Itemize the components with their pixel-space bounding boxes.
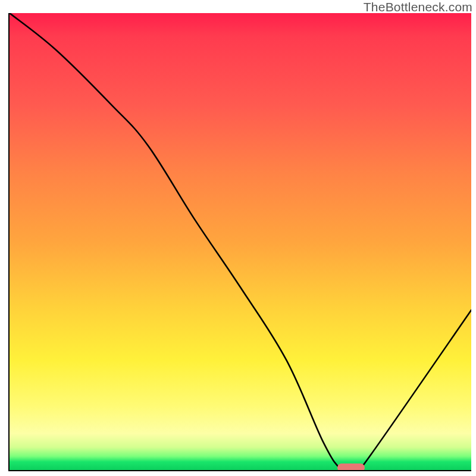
chart-container: TheBottleneck.com [0,0,476,476]
bottleneck-curve [10,13,471,470]
plot-area [8,13,471,471]
watermark-text: TheBottleneck.com [364,0,472,14]
